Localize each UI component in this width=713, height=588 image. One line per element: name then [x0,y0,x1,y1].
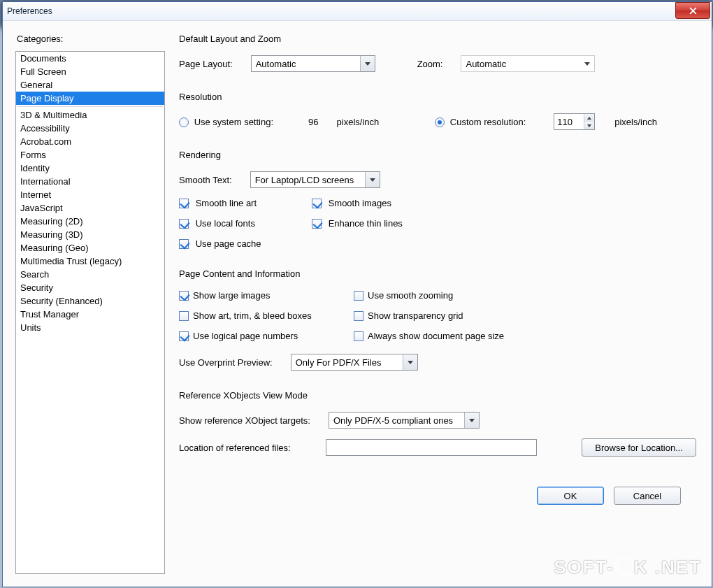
use-logical-page-numbers-check[interactable] [179,331,189,341]
xobject-targets-combo[interactable]: Only PDF/X-5 compliant ones [329,412,480,429]
chevron-down-icon [464,413,479,428]
referenced-files-location-input[interactable] [326,439,537,456]
custom-resolution-unit: pixels/inch [614,117,657,127]
group-reference-xobjects: Reference XObjects View Mode Show refere… [179,390,696,457]
smooth-images-label: Smooth images [329,198,391,208]
zoom-combo[interactable]: Automatic [461,55,595,72]
ok-button[interactable]: OK [537,487,604,505]
always-show-doc-page-size-label: Always show document page size [368,331,504,341]
category-item[interactable]: Acrobat.com [16,135,164,148]
category-item[interactable]: 3D & Multimedia [16,108,164,122]
category-item[interactable]: International [16,175,164,188]
xobject-targets-label: Show reference XObject targets: [179,415,310,426]
system-resolution-value: 96 [308,117,318,127]
use-smooth-zooming-checkbox[interactable]: Use smooth zooming [354,290,696,301]
settings-panel: Default Layout and Zoom Page Layout: Aut… [179,34,696,574]
use-logical-page-numbers-label: Use logical page numbers [193,331,298,341]
always-show-doc-page-size-check[interactable] [354,331,363,341]
enhance-thin-lines-check[interactable] [312,219,322,229]
use-local-fonts-check[interactable] [179,219,189,229]
category-item[interactable]: Measuring (3D) [16,228,164,241]
overprint-preview-combo[interactable]: Only For PDF/X Files [291,354,418,371]
custom-resolution-input-wrap [554,113,595,130]
show-art-trim-bleed-checkbox[interactable]: Show art, trim, & bleed boxes [179,310,354,321]
use-logical-page-numbers-checkbox[interactable]: Use logical page numbers [179,331,354,341]
category-item[interactable]: Measuring (Geo) [16,241,164,254]
show-transparency-grid-checkbox[interactable]: Show transparency grid [354,310,696,321]
smooth-line-art-checkbox[interactable]: Smooth line art [179,198,305,208]
use-page-cache-label: Use page cache [196,238,261,249]
dialog-footer: OK Cancel [179,476,696,509]
category-item[interactable]: Forms [16,148,164,162]
category-item[interactable]: Trust Manager [16,308,164,321]
page-layout-label: Page Layout: [179,59,233,69]
show-transparency-grid-label: Show transparency grid [368,310,463,321]
smooth-text-combo[interactable]: For Laptop/LCD screens [250,171,380,188]
system-resolution-unit: pixels/inch [337,117,380,127]
page-layout-value: Automatic [252,59,301,69]
category-item[interactable]: Security (Enhanced) [16,294,164,308]
use-system-radio-label[interactable]: Use system setting: [179,117,273,127]
categories-label: Categories: [17,34,165,44]
custom-resolution-radio-label[interactable]: Custom resolution: [435,117,526,127]
smooth-text-value: For Laptop/LCD screens [251,175,359,185]
use-page-cache-check[interactable] [179,239,189,249]
group-title-page-content: Page Content and Information [179,268,696,279]
chevron-up-icon [587,117,591,120]
use-local-fonts-label: Use local fonts [196,218,255,229]
category-item[interactable]: JavaScript [16,201,164,215]
group-title-reference-xobjects: Reference XObjects View Mode [179,390,696,401]
use-local-fonts-checkbox[interactable]: Use local fonts [179,218,305,229]
category-item[interactable]: Accessibility [16,122,164,135]
category-item[interactable]: Security [16,281,164,294]
use-smooth-zooming-check[interactable] [354,291,363,301]
custom-resolution-radio[interactable] [435,117,445,127]
page-layout-combo[interactable]: Automatic [251,55,375,72]
browse-location-button[interactable]: Browse for Location... [582,438,696,457]
category-item[interactable]: Multimedia Trust (legacy) [16,254,164,268]
smooth-images-check[interactable] [312,199,322,208]
categories-list[interactable]: DocumentsFull ScreenGeneralPage Display3… [15,51,165,574]
show-large-images-check[interactable] [179,291,189,301]
category-item[interactable]: Full Screen [16,65,164,78]
show-art-trim-bleed-check[interactable] [179,311,189,321]
category-item[interactable]: Identity [16,162,164,175]
list-separator [17,106,163,107]
always-show-doc-page-size-checkbox[interactable]: Always show document page size [354,331,696,341]
show-art-trim-bleed-label: Show art, trim, & bleed boxes [193,310,312,321]
category-item[interactable]: Documents [16,52,164,65]
xobject-targets-value: Only PDF/X-5 compliant ones [329,415,457,426]
use-system-label-text: Use system setting: [194,117,273,127]
chevron-down-icon [360,56,375,71]
show-large-images-checkbox[interactable]: Show large images [179,290,354,301]
category-item[interactable]: Measuring (2D) [16,215,164,228]
group-title-rendering: Rendering [179,150,696,160]
category-item[interactable]: General [16,78,164,92]
cancel-button[interactable]: Cancel [614,487,681,505]
category-item[interactable]: Page Display [16,92,164,105]
category-item[interactable]: Units [16,321,164,334]
resolution-spinner [584,114,594,129]
use-page-cache-checkbox[interactable]: Use page cache [179,238,261,249]
spinner-up-button[interactable] [584,114,594,122]
category-item[interactable]: Internet [16,188,164,201]
close-button[interactable] [675,2,710,19]
custom-resolution-label-text: Custom resolution: [450,117,526,127]
spinner-down-button[interactable] [584,122,594,129]
use-system-radio[interactable] [179,117,189,127]
smooth-line-art-label: Smooth line art [196,198,257,208]
show-large-images-label: Show large images [193,290,271,301]
preferences-dialog: Preferences Categories: DocumentsFull Sc… [2,1,712,587]
enhance-thin-lines-checkbox[interactable]: Enhance thin lines [312,218,403,229]
zoom-label: Zoom: [417,59,443,69]
group-page-content: Page Content and Information Show large … [179,268,696,371]
custom-resolution-input[interactable] [554,117,584,127]
client-area: Categories: DocumentsFull ScreenGeneralP… [3,21,712,587]
group-layout-zoom: Default Layout and Zoom Page Layout: Aut… [179,34,696,72]
overprint-preview-label: Use Overprint Preview: [179,357,273,368]
smooth-line-art-check[interactable] [179,199,189,208]
smooth-images-checkbox[interactable]: Smooth images [312,198,391,208]
show-transparency-grid-check[interactable] [354,311,363,321]
close-icon [689,7,697,15]
category-item[interactable]: Search [16,268,164,281]
